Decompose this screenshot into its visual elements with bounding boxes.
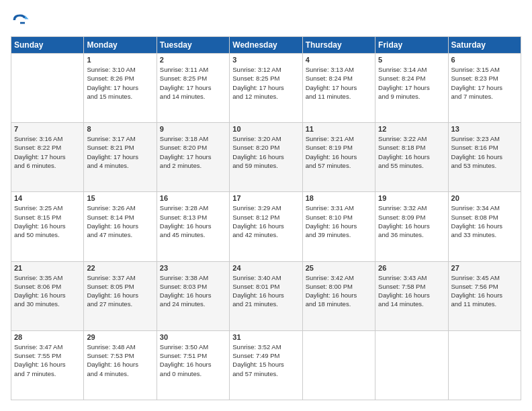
day-cell: 22Sunrise: 3:37 AM Sunset: 8:05 PM Dayli… bbox=[84, 261, 157, 330]
day-cell: 8Sunrise: 3:17 AM Sunset: 8:21 PM Daylig… bbox=[84, 123, 157, 192]
header-cell-thursday: Thursday bbox=[302, 37, 375, 54]
day-info: Sunrise: 3:31 AM Sunset: 8:10 PM Dayligh… bbox=[306, 203, 372, 239]
header-cell-sunday: Sunday bbox=[11, 37, 84, 54]
week-row-3: 14Sunrise: 3:25 AM Sunset: 8:15 PM Dayli… bbox=[11, 192, 521, 261]
day-info: Sunrise: 3:17 AM Sunset: 8:21 PM Dayligh… bbox=[87, 134, 153, 170]
day-info: Sunrise: 3:21 AM Sunset: 8:19 PM Dayligh… bbox=[306, 134, 372, 170]
day-info: Sunrise: 3:15 AM Sunset: 8:23 PM Dayligh… bbox=[451, 65, 518, 101]
day-info: Sunrise: 3:12 AM Sunset: 8:25 PM Dayligh… bbox=[232, 65, 299, 101]
header-cell-monday: Monday bbox=[84, 37, 157, 54]
day-cell: 31Sunrise: 3:52 AM Sunset: 7:49 PM Dayli… bbox=[230, 330, 302, 400]
day-number: 11 bbox=[306, 125, 372, 133]
day-number: 7 bbox=[14, 125, 81, 133]
day-cell: 24Sunrise: 3:40 AM Sunset: 8:01 PM Dayli… bbox=[230, 261, 302, 330]
day-cell: 20Sunrise: 3:34 AM Sunset: 8:08 PM Dayli… bbox=[448, 192, 521, 261]
day-cell: 4Sunrise: 3:13 AM Sunset: 8:24 PM Daylig… bbox=[302, 54, 375, 123]
header bbox=[11, 11, 521, 30]
day-cell: 10Sunrise: 3:20 AM Sunset: 8:20 PM Dayli… bbox=[230, 123, 302, 192]
day-number: 29 bbox=[87, 333, 153, 341]
page: SundayMondayTuesdayWednesdayThursdayFrid… bbox=[0, 0, 532, 411]
logo-icon bbox=[11, 11, 30, 30]
day-cell: 14Sunrise: 3:25 AM Sunset: 8:15 PM Dayli… bbox=[11, 192, 84, 261]
day-cell: 1Sunrise: 3:10 AM Sunset: 8:26 PM Daylig… bbox=[84, 54, 157, 123]
day-info: Sunrise: 3:42 AM Sunset: 8:00 PM Dayligh… bbox=[306, 273, 372, 309]
day-number: 30 bbox=[160, 333, 226, 341]
calendar-header: SundayMondayTuesdayWednesdayThursdayFrid… bbox=[11, 37, 521, 54]
day-info: Sunrise: 3:22 AM Sunset: 8:18 PM Dayligh… bbox=[378, 134, 445, 170]
week-row-4: 21Sunrise: 3:35 AM Sunset: 8:06 PM Dayli… bbox=[11, 261, 521, 330]
day-info: Sunrise: 3:14 AM Sunset: 8:24 PM Dayligh… bbox=[378, 65, 445, 101]
day-number: 14 bbox=[14, 194, 81, 202]
day-info: Sunrise: 3:10 AM Sunset: 8:26 PM Dayligh… bbox=[87, 65, 153, 101]
day-cell: 13Sunrise: 3:23 AM Sunset: 8:16 PM Dayli… bbox=[448, 123, 521, 192]
day-cell: 16Sunrise: 3:28 AM Sunset: 8:13 PM Dayli… bbox=[157, 192, 229, 261]
day-cell: 30Sunrise: 3:50 AM Sunset: 7:51 PM Dayli… bbox=[157, 330, 229, 400]
day-info: Sunrise: 3:38 AM Sunset: 8:03 PM Dayligh… bbox=[160, 273, 226, 309]
day-cell: 3Sunrise: 3:12 AM Sunset: 8:25 PM Daylig… bbox=[230, 54, 302, 123]
day-info: Sunrise: 3:34 AM Sunset: 8:08 PM Dayligh… bbox=[451, 203, 518, 239]
day-info: Sunrise: 3:20 AM Sunset: 8:20 PM Dayligh… bbox=[232, 134, 299, 170]
day-cell: 9Sunrise: 3:18 AM Sunset: 8:20 PM Daylig… bbox=[157, 123, 229, 192]
day-number: 2 bbox=[160, 56, 226, 64]
header-cell-wednesday: Wednesday bbox=[230, 37, 302, 54]
day-number: 5 bbox=[378, 56, 445, 64]
day-info: Sunrise: 3:47 AM Sunset: 7:55 PM Dayligh… bbox=[14, 342, 81, 378]
day-number: 19 bbox=[378, 194, 445, 202]
day-number: 13 bbox=[451, 125, 518, 133]
header-row: SundayMondayTuesdayWednesdayThursdayFrid… bbox=[11, 37, 521, 54]
day-cell bbox=[375, 330, 448, 400]
day-number: 24 bbox=[232, 264, 299, 272]
day-cell: 21Sunrise: 3:35 AM Sunset: 8:06 PM Dayli… bbox=[11, 261, 84, 330]
day-info: Sunrise: 3:23 AM Sunset: 8:16 PM Dayligh… bbox=[451, 134, 518, 170]
day-info: Sunrise: 3:35 AM Sunset: 8:06 PM Dayligh… bbox=[14, 273, 81, 309]
logo bbox=[11, 11, 32, 30]
day-info: Sunrise: 3:16 AM Sunset: 8:22 PM Dayligh… bbox=[14, 134, 81, 170]
day-number: 22 bbox=[87, 264, 153, 272]
day-cell: 6Sunrise: 3:15 AM Sunset: 8:23 PM Daylig… bbox=[448, 54, 521, 123]
day-cell: 26Sunrise: 3:43 AM Sunset: 7:58 PM Dayli… bbox=[375, 261, 448, 330]
week-row-2: 7Sunrise: 3:16 AM Sunset: 8:22 PM Daylig… bbox=[11, 123, 521, 192]
day-info: Sunrise: 3:48 AM Sunset: 7:53 PM Dayligh… bbox=[87, 342, 153, 378]
day-cell: 12Sunrise: 3:22 AM Sunset: 8:18 PM Dayli… bbox=[375, 123, 448, 192]
header-cell-tuesday: Tuesday bbox=[157, 37, 229, 54]
day-info: Sunrise: 3:18 AM Sunset: 8:20 PM Dayligh… bbox=[160, 134, 226, 170]
day-cell: 2Sunrise: 3:11 AM Sunset: 8:25 PM Daylig… bbox=[157, 54, 229, 123]
day-info: Sunrise: 3:29 AM Sunset: 8:12 PM Dayligh… bbox=[232, 203, 299, 239]
day-info: Sunrise: 3:45 AM Sunset: 7:56 PM Dayligh… bbox=[451, 273, 518, 309]
day-number: 27 bbox=[451, 264, 518, 272]
calendar-table: SundayMondayTuesdayWednesdayThursdayFrid… bbox=[11, 36, 521, 400]
day-cell: 19Sunrise: 3:32 AM Sunset: 8:09 PM Dayli… bbox=[375, 192, 448, 261]
day-info: Sunrise: 3:26 AM Sunset: 8:14 PM Dayligh… bbox=[87, 203, 153, 239]
day-number: 3 bbox=[232, 56, 299, 64]
day-number: 15 bbox=[87, 194, 153, 202]
day-cell bbox=[302, 330, 375, 400]
day-number: 12 bbox=[378, 125, 445, 133]
day-cell: 28Sunrise: 3:47 AM Sunset: 7:55 PM Dayli… bbox=[11, 330, 84, 400]
day-number: 28 bbox=[14, 333, 81, 341]
week-row-1: 1Sunrise: 3:10 AM Sunset: 8:26 PM Daylig… bbox=[11, 54, 521, 123]
day-info: Sunrise: 3:52 AM Sunset: 7:49 PM Dayligh… bbox=[232, 342, 299, 378]
day-number: 21 bbox=[14, 264, 81, 272]
day-number: 4 bbox=[306, 56, 372, 64]
header-cell-saturday: Saturday bbox=[448, 37, 521, 54]
day-info: Sunrise: 3:32 AM Sunset: 8:09 PM Dayligh… bbox=[378, 203, 445, 239]
day-cell bbox=[448, 330, 521, 400]
day-number: 26 bbox=[378, 264, 445, 272]
day-cell: 29Sunrise: 3:48 AM Sunset: 7:53 PM Dayli… bbox=[84, 330, 157, 400]
day-cell: 11Sunrise: 3:21 AM Sunset: 8:19 PM Dayli… bbox=[302, 123, 375, 192]
day-number: 18 bbox=[306, 194, 372, 202]
day-number: 31 bbox=[232, 333, 299, 341]
day-number: 10 bbox=[232, 125, 299, 133]
day-cell: 5Sunrise: 3:14 AM Sunset: 8:24 PM Daylig… bbox=[375, 54, 448, 123]
day-info: Sunrise: 3:11 AM Sunset: 8:25 PM Dayligh… bbox=[160, 65, 226, 101]
day-info: Sunrise: 3:40 AM Sunset: 8:01 PM Dayligh… bbox=[232, 273, 299, 309]
day-number: 1 bbox=[87, 56, 153, 64]
day-cell bbox=[11, 54, 84, 123]
header-cell-friday: Friday bbox=[375, 37, 448, 54]
day-number: 6 bbox=[451, 56, 518, 64]
day-cell: 7Sunrise: 3:16 AM Sunset: 8:22 PM Daylig… bbox=[11, 123, 84, 192]
day-cell: 25Sunrise: 3:42 AM Sunset: 8:00 PM Dayli… bbox=[302, 261, 375, 330]
day-cell: 27Sunrise: 3:45 AM Sunset: 7:56 PM Dayli… bbox=[448, 261, 521, 330]
day-number: 23 bbox=[160, 264, 226, 272]
day-number: 25 bbox=[306, 264, 372, 272]
